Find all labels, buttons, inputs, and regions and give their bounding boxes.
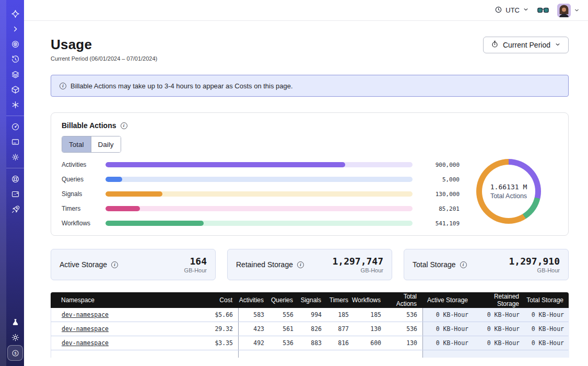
col-active-storage: Active Storage [422, 292, 473, 308]
bar-timers: Timers 85,201 [62, 205, 460, 212]
bar-track [105, 221, 413, 226]
chevron-down-icon [574, 6, 580, 15]
col-timers: Timers [326, 292, 354, 308]
donut-total-value: 1.66131 M [490, 183, 527, 191]
sidebar-expand-chevron-icon[interactable] [7, 21, 23, 37]
cell-signals: 826 [299, 322, 327, 336]
gauge-icon[interactable] [7, 119, 23, 134]
cell-queries: 536 [269, 336, 299, 350]
billable-actions-card: Billable Actions Total Daily Activities … [51, 112, 569, 236]
period-selector-label: Current Period [503, 41, 550, 49]
info-banner-text: Billable Actions may take up to 3-4 hour… [70, 82, 293, 90]
cell-total-storage: 0 KB-Hour [525, 322, 569, 336]
chevron-down-icon [555, 41, 561, 49]
cell-timers: 185 [327, 308, 354, 322]
page-title: Usage [51, 37, 157, 52]
flask-icon[interactable] [7, 315, 23, 330]
sidebar-divider [6, 168, 24, 168]
sidebar-rail [0, 0, 6, 366]
cell-total-actions: 536 [386, 322, 422, 336]
namespace-link[interactable]: dev-namespace [62, 339, 109, 347]
cell-workflows: 130 [354, 322, 386, 336]
cell-activities: 492 [238, 336, 269, 350]
layers-icon[interactable] [7, 67, 23, 82]
main-area: UTC Usage Current Period (06/01/2024 – 0… [24, 0, 588, 366]
usage-dollar-icon[interactable]: $ [7, 345, 23, 361]
tab-daily[interactable]: Daily [91, 136, 121, 152]
info-icon[interactable] [111, 261, 118, 268]
gear-icon[interactable] [7, 150, 23, 165]
svg-text:$: $ [14, 351, 16, 356]
cell-total-actions: 536 [386, 308, 422, 322]
active-storage-card: Active Storage 164 GB-Hour [51, 249, 216, 280]
storage-card-label: Total Storage [413, 260, 456, 269]
cell-timers: 877 [327, 322, 354, 336]
billable-actions-bar-chart: Activities 900,000 Queries 5,000 Signals… [62, 156, 460, 227]
cell-active-storage: 0 KB-Hour [422, 336, 474, 350]
bar-fill [105, 177, 122, 182]
bar-fill [105, 191, 162, 197]
bar-label: Workflows [62, 220, 97, 227]
total-storage-card: Total Storage 1,297,910 GB-Hour [404, 249, 569, 280]
cell-workflows: 185 [354, 308, 386, 322]
cell-retained-storage: 0 KB-Hour [474, 308, 525, 322]
cell-retained-storage: 0 KB-Hour [474, 336, 525, 350]
info-icon[interactable] [121, 122, 127, 129]
storage-card-label: Retained Storage [236, 260, 293, 269]
sunglasses-icon[interactable] [537, 7, 549, 14]
bar-label: Activities [62, 161, 97, 168]
rocket-icon[interactable] [7, 202, 23, 217]
card-icon[interactable] [7, 134, 23, 150]
col-cost: Cost [191, 292, 238, 308]
temporal-logo-icon[interactable] [7, 6, 23, 21]
cell-total-actions: 130 [386, 336, 422, 350]
avatar [557, 4, 571, 17]
sidebar-nav: $ [0, 0, 24, 366]
bar-fill [105, 221, 204, 226]
storage-card-unit: GB-Hour [332, 267, 383, 273]
bar-value: 85,201 [421, 205, 460, 212]
cell-active-storage: 0 KB-Hour [422, 322, 474, 336]
cell-retained-storage: 0 KB-Hour [474, 322, 525, 336]
storage-card-value: 1,297,910 [509, 256, 560, 267]
storage-card-label: Active Storage [60, 260, 107, 269]
bar-value: 130,000 [421, 191, 460, 198]
topbar: UTC [24, 0, 588, 21]
clock-icon [495, 6, 502, 15]
stopwatch-icon [491, 40, 499, 50]
col-total-storage: Total Storage [524, 292, 569, 308]
info-icon[interactable] [297, 261, 304, 268]
cell-activities: 423 [238, 322, 269, 336]
table-row: dev-namespace 29.32 423 561 826 877 130 … [51, 322, 569, 336]
bar-queries: Queries 5,000 [62, 176, 460, 183]
bar-track [105, 162, 413, 167]
bar-label: Timers [62, 205, 97, 212]
bar-value: 541,109 [421, 220, 460, 227]
bar-value: 900,000 [421, 162, 460, 168]
namespace-link[interactable]: dev-namespace [62, 325, 109, 333]
sun-icon[interactable] [7, 330, 23, 345]
namespace-link[interactable]: dev-namespace [62, 311, 109, 318]
screen-plus-icon[interactable] [7, 187, 23, 202]
cell-queries: 561 [269, 322, 299, 336]
table-row: dev-namespace $5.66 583 556 994 185 185 … [51, 308, 569, 322]
col-queries: Queries [269, 292, 298, 308]
bar-value: 5,000 [421, 176, 460, 183]
asterisk-icon[interactable] [7, 97, 23, 112]
history-clock-icon[interactable] [7, 52, 23, 67]
cube-icon[interactable] [7, 82, 23, 97]
cell-timers: 816 [327, 336, 354, 350]
storage-card-unit: GB-Hour [509, 267, 560, 273]
storage-card-value: 164 [184, 256, 207, 267]
timezone-label: UTC [505, 6, 520, 14]
namespaces-icon[interactable] [7, 37, 23, 52]
cell-cost: $5.66 [191, 308, 238, 322]
info-icon[interactable] [460, 261, 467, 268]
namespace-usage-table: Namespace Cost Activities Queries Signal… [51, 292, 569, 358]
user-menu[interactable] [557, 4, 580, 17]
timezone-selector[interactable]: UTC [495, 6, 529, 15]
tab-total[interactable]: Total [62, 136, 91, 152]
lifebuoy-icon[interactable] [7, 171, 23, 187]
period-selector-button[interactable]: Current Period [483, 37, 569, 53]
col-retained-storage: Retained Storage [473, 292, 524, 308]
